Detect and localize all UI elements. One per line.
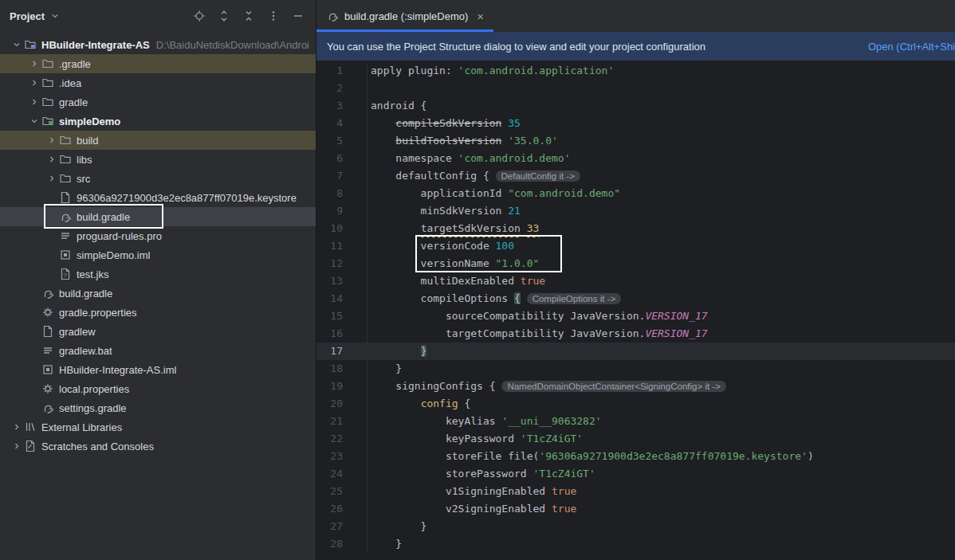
tree-item-96306a9271900d3e2ec8a877ff07019e-keystore[interactable]: 96306a9271900d3e2ec8a877ff07019e.keystor… — [0, 188, 316, 207]
code-token — [371, 397, 421, 409]
code-line-4[interactable]: 4 compileSdkVersion 35 — [316, 115, 955, 132]
file-icon — [41, 325, 57, 338]
tree-item-label: libs — [75, 154, 92, 166]
tree-item-build-gradle[interactable]: build.gradle — [0, 207, 316, 226]
code-line-27[interactable]: 27 } — [316, 518, 955, 535]
chevron-down-icon[interactable] — [10, 40, 24, 49]
line-number: 5 — [316, 132, 367, 150]
code-token: signingConfigs { — [371, 380, 501, 392]
tree-item-build[interactable]: build — [0, 131, 316, 150]
code-line-21[interactable]: 21 keyAlias '__uni__9063282' — [316, 413, 955, 430]
tree-item-build-gradle[interactable]: build.gradle — [0, 284, 316, 303]
code-line-3[interactable]: 3android { — [316, 97, 955, 115]
tree-item-simpledemo-iml[interactable]: simpleDemo.iml — [0, 245, 316, 264]
tree-item-hbuilder-integrate-as[interactable]: HBuilder-Integrate-ASD:\BaiduNetdiskDown… — [0, 35, 316, 54]
line-content: compileOptions { CompileOptions it -> — [367, 290, 621, 307]
tree-item-label: 96306a9271900d3e2ec8a877ff07019e.keystor… — [75, 192, 297, 204]
file-icon — [59, 191, 75, 204]
code-editor[interactable]: 1apply plugin: 'com.android.application'… — [316, 61, 955, 560]
code-line-24[interactable]: 24 storePassword 'T1cZ4iGT' — [316, 465, 955, 483]
code-token: { — [458, 397, 471, 409]
code-line-16[interactable]: 16 targetCompatibility JavaVersion.VERSI… — [316, 325, 955, 343]
hide-panel-icon[interactable] — [292, 10, 305, 22]
line-content: multiDexEnabled true — [367, 272, 545, 290]
tree-item-src[interactable]: src — [0, 169, 316, 188]
code-line-25[interactable]: 25 v1SigningEnabled true — [316, 483, 955, 500]
code-token: 'T1cZ4iGT' — [521, 433, 583, 444]
code-line-18[interactable]: 18 } — [316, 360, 955, 378]
folder-icon — [41, 76, 57, 89]
code-line-10[interactable]: 10 targetSdkVersion 33 — [316, 220, 955, 237]
code-line-11[interactable]: 11 versionCode 100 — [316, 237, 955, 255]
tree-item-proguard-rules-pro[interactable]: proguard-rules.pro — [0, 226, 316, 245]
line-number: 8 — [316, 185, 367, 202]
chevron-right-icon[interactable] — [27, 59, 41, 69]
code-line-8[interactable]: 8 applicationId "com.android.demo" — [316, 185, 955, 202]
chevron-right-icon[interactable] — [10, 422, 24, 432]
tree-item-hbuilder-integrate-as-iml[interactable]: HBuilder-Integrate-AS.iml — [0, 360, 316, 379]
chevron-right-icon[interactable] — [45, 135, 59, 145]
chevron-down-icon[interactable] — [27, 116, 41, 126]
code-token: namespace — [371, 152, 458, 164]
chevron-right-icon[interactable] — [45, 174, 59, 183]
code-line-22[interactable]: 22 keyPassword 'T1cZ4iGT' — [316, 430, 955, 448]
code-line-13[interactable]: 13 multiDexEnabled true — [316, 272, 955, 290]
code-line-20[interactable]: 20 config { — [316, 395, 955, 413]
code-token: '__uni__9063282' — [501, 415, 601, 427]
project-tree: HBuilder-Integrate-ASD:\BaiduNetdiskDown… — [0, 32, 316, 560]
code-token: 'com.android.demo' — [458, 152, 571, 164]
code-line-12[interactable]: 12 versionName "1.0.0" — [316, 255, 955, 272]
code-line-5[interactable]: 5 buildToolsVersion '35.0.0' — [316, 132, 955, 150]
code-line-23[interactable]: 23 storeFile file('96306a9271900d3e2ec8a… — [316, 448, 955, 465]
line-number: 1 — [316, 62, 367, 80]
chevron-right-icon[interactable] — [27, 78, 41, 88]
tree-item-gradlew[interactable]: gradlew — [0, 322, 316, 341]
line-number: 20 — [316, 395, 367, 413]
line-content: } — [367, 518, 426, 535]
tree-item-gradle-properties[interactable]: gradle.properties — [0, 303, 316, 322]
code-token — [371, 222, 421, 234]
banner-open-link[interactable]: Open (Ctrl+Alt+Shi — [852, 41, 955, 53]
collapse-all-icon[interactable] — [242, 10, 255, 22]
line-number: 13 — [316, 272, 367, 290]
code-line-9[interactable]: 9 minSdkVersion 21 — [316, 202, 955, 220]
code-line-1[interactable]: 1apply plugin: 'com.android.application' — [316, 62, 955, 80]
code-token: "com.android.demo" — [508, 187, 620, 199]
tree-item-libs[interactable]: libs — [0, 150, 316, 169]
tree-item-scratches-and-consoles[interactable]: Scratches and Consoles — [0, 437, 316, 456]
close-icon[interactable]: × — [477, 10, 484, 22]
code-line-17[interactable]: 17 } — [316, 343, 955, 360]
tree-item-idea[interactable]: .idea — [0, 73, 316, 92]
tree-item-local-properties[interactable]: local.properties — [0, 379, 316, 398]
line-content: apply plugin: 'com.android.application' — [367, 62, 614, 80]
line-number: 6 — [316, 150, 367, 167]
tree-item-test-jks[interactable]: ?test.jks — [0, 264, 316, 284]
code-line-14[interactable]: 14 compileOptions { CompileOptions it -> — [316, 290, 955, 307]
tree-item-simpledemo[interactable]: simpleDemo — [0, 112, 316, 131]
code-line-7[interactable]: 7 defaultConfig { DefaultConfig it -> — [316, 167, 955, 185]
code-line-19[interactable]: 19 signingConfigs { NamedDomainObjectCon… — [316, 378, 955, 395]
code-line-6[interactable]: 6 namespace 'com.android.demo' — [316, 150, 955, 167]
tree-item-gradle[interactable]: .gradle — [0, 54, 316, 73]
editor-tab-active[interactable]: build.gradle (:simpleDemo) × — [316, 0, 493, 32]
expand-all-icon[interactable] — [218, 10, 230, 22]
code-line-28[interactable]: 28 } — [316, 535, 955, 553]
tree-item-gradlew-bat[interactable]: gradlew.bat — [0, 341, 316, 360]
code-line-15[interactable]: 15 sourceCompatibility JavaVersion.VERSI… — [316, 307, 955, 325]
editor-tab-bar: build.gradle (:simpleDemo) × — [316, 0, 955, 32]
code-token: targetCompatibility JavaVersion. — [371, 327, 645, 339]
code-token — [521, 222, 527, 234]
code-token: 100 — [496, 240, 514, 252]
tree-item-gradle[interactable]: gradle — [0, 92, 316, 112]
chevron-right-icon[interactable] — [27, 97, 41, 107]
locate-icon[interactable] — [193, 10, 206, 22]
tree-item-external-libraries[interactable]: External Libraries — [0, 417, 316, 437]
tree-item-settings-gradle[interactable]: settings.gradle — [0, 398, 316, 417]
line-content: v2SigningEnabled true — [367, 500, 576, 518]
chevron-right-icon[interactable] — [45, 155, 59, 164]
more-options-icon[interactable] — [267, 10, 280, 22]
code-line-26[interactable]: 26 v2SigningEnabled true — [316, 500, 955, 518]
chevron-right-icon[interactable] — [10, 441, 24, 451]
project-view-selector[interactable]: Project — [10, 10, 61, 22]
code-line-2[interactable]: 2 — [316, 80, 955, 97]
